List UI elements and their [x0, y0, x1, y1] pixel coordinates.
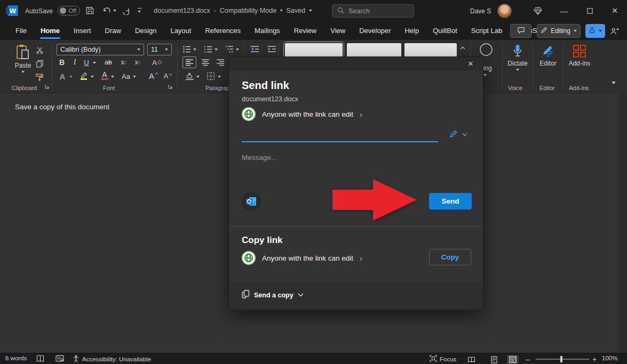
- editing-mode-button[interactable]: Editing: [537, 24, 581, 38]
- edit-permission-pencil-icon[interactable]: [449, 130, 458, 140]
- read-mode-button[interactable]: [465, 355, 477, 364]
- underline-button[interactable]: U: [82, 57, 91, 68]
- text-effects-button[interactable]: A: [57, 71, 68, 82]
- copy-link-permission-button[interactable]: Anyone with the link can edit ›: [242, 251, 362, 265]
- subscript-button[interactable]: x2: [118, 57, 129, 68]
- title-chevron[interactable]: [309, 10, 312, 12]
- numbering-button[interactable]: [203, 44, 213, 54]
- undo-icon[interactable]: [102, 6, 111, 17]
- autosave-toggle[interactable]: Off: [58, 6, 80, 15]
- italic-button[interactable]: I: [70, 57, 80, 68]
- zoom-slider[interactable]: [536, 359, 589, 360]
- tab-quillbot[interactable]: QuillBot: [426, 21, 464, 40]
- change-case-button[interactable]: Aa: [120, 71, 132, 82]
- message-input[interactable]: [242, 151, 438, 164]
- bullets-chevron[interactable]: [193, 48, 196, 51]
- addins-button[interactable]: Add-ins: [567, 44, 592, 67]
- tab-file[interactable]: File: [9, 21, 34, 40]
- zoom-level[interactable]: 100%: [602, 355, 617, 361]
- multilevel-list-button[interactable]: [224, 44, 235, 54]
- zoom-slider-thumb[interactable]: [560, 356, 562, 362]
- redo-icon[interactable]: [122, 6, 130, 17]
- style-preview-normal[interactable]: [285, 43, 343, 57]
- grow-font-button[interactable]: A: [147, 70, 160, 82]
- numbering-chevron[interactable]: [215, 48, 218, 51]
- save-icon[interactable]: [85, 6, 94, 17]
- align-center-button[interactable]: [199, 56, 212, 68]
- send-button[interactable]: Send: [429, 193, 472, 209]
- send-a-copy-button[interactable]: Send a copy: [242, 290, 304, 300]
- user-name[interactable]: Dave S: [470, 7, 491, 15]
- search-input[interactable]: [348, 7, 402, 15]
- maximize-button[interactable]: [577, 0, 602, 21]
- proofing-icon[interactable]: [36, 355, 44, 362]
- styles-scroll-up[interactable]: [460, 44, 465, 52]
- customize-qat-icon[interactable]: [138, 8, 142, 9]
- text-effects-chevron[interactable]: [69, 76, 73, 78]
- copy-icon[interactable]: [34, 59, 45, 68]
- font-dialog-launcher[interactable]: [168, 83, 173, 91]
- shading-button[interactable]: [184, 70, 195, 82]
- style-preview[interactable]: [347, 43, 401, 57]
- bullets-button[interactable]: [181, 44, 192, 54]
- editor-button[interactable]: Editor: [537, 44, 559, 67]
- align-left-button[interactable]: [182, 56, 196, 68]
- superscript-button[interactable]: x2: [132, 57, 143, 68]
- print-layout-button[interactable]: [488, 355, 500, 364]
- font-color-button[interactable]: A: [99, 70, 110, 82]
- underline-chevron[interactable]: [93, 62, 96, 64]
- focus-button[interactable]: Focus: [430, 355, 456, 363]
- outlook-button[interactable]: [242, 192, 261, 211]
- share-button[interactable]: [585, 24, 605, 38]
- borders-chevron[interactable]: [218, 76, 221, 78]
- tab-home[interactable]: Home: [34, 21, 67, 40]
- borders-button[interactable]: [205, 70, 217, 82]
- minimize-button[interactable]: —: [552, 0, 576, 21]
- multilevel-chevron[interactable]: [236, 48, 239, 51]
- font-color-chevron[interactable]: [111, 76, 114, 78]
- tab-references[interactable]: References: [198, 21, 247, 40]
- gem-icon[interactable]: [533, 5, 543, 18]
- highlight-chevron[interactable]: [91, 76, 94, 78]
- change-case-chevron[interactable]: [133, 76, 136, 78]
- tab-developer[interactable]: Developer: [352, 21, 398, 40]
- recipient-input[interactable]: [242, 127, 438, 142]
- insights-icon[interactable]: [55, 355, 64, 362]
- editing-group-chevron[interactable]: [483, 74, 487, 76]
- word-count[interactable]: 6 words: [5, 355, 27, 361]
- person-arrow-icon[interactable]: [610, 27, 619, 37]
- accessibility-status[interactable]: Accessibility: Unavailable: [73, 355, 151, 363]
- decrease-indent-button[interactable]: [249, 44, 260, 54]
- dictate-button[interactable]: Dictate: [506, 44, 529, 71]
- collapse-ribbon-chevron[interactable]: [612, 82, 616, 84]
- undo-menu-chevron[interactable]: [113, 10, 116, 12]
- shading-chevron[interactable]: [196, 76, 200, 78]
- comments-button[interactable]: [510, 24, 531, 38]
- editing-group-icon[interactable]: [479, 43, 494, 56]
- shrink-font-button[interactable]: A: [162, 71, 174, 82]
- vertical-scrollbar[interactable]: [618, 94, 627, 353]
- edit-permission-chevron[interactable]: [462, 133, 467, 136]
- format-painter-icon[interactable]: [34, 72, 45, 82]
- cut-icon[interactable]: [34, 45, 45, 55]
- document-title[interactable]: document123.docx - Compatibility Mode • …: [154, 7, 312, 14]
- clipboard-dialog-launcher[interactable]: [45, 83, 50, 91]
- tab-mailings[interactable]: Mailings: [248, 21, 287, 40]
- close-button[interactable]: ×: [602, 0, 627, 21]
- copy-button[interactable]: Copy: [429, 249, 471, 265]
- link-permission-button[interactable]: Anyone with the link can edit ›: [242, 107, 362, 121]
- style-preview[interactable]: [404, 43, 457, 57]
- tab-draw[interactable]: Draw: [98, 21, 128, 40]
- clear-formatting-button[interactable]: A: [150, 57, 163, 68]
- font-size-combo[interactable]: 11: [147, 44, 172, 55]
- tab-view[interactable]: View: [323, 21, 352, 40]
- paste-button[interactable]: Paste: [11, 44, 35, 73]
- tab-script-lab[interactable]: Script Lab: [464, 21, 510, 40]
- search-box[interactable]: [332, 4, 414, 18]
- font-name-combo[interactable]: Calibri (Body): [57, 44, 144, 55]
- zoom-out-button[interactable]: –: [526, 355, 530, 363]
- increase-indent-button[interactable]: [266, 44, 277, 54]
- avatar[interactable]: [497, 4, 512, 18]
- tab-layout[interactable]: Layout: [163, 21, 198, 40]
- tab-review[interactable]: Review: [287, 21, 324, 40]
